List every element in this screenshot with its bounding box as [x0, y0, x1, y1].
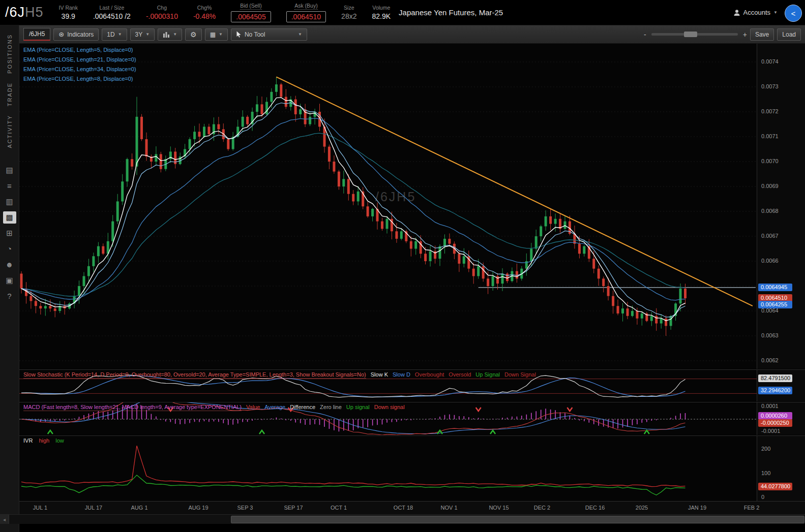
price-axis-label: 0.0071 — [761, 133, 779, 139]
quote-field-label: Bid (Sell) — [240, 3, 262, 10]
study-labels: EMA (Price=CLOSE, Length=5, Displace=0)E… — [23, 47, 136, 82]
zoom-slider[interactable] — [651, 33, 738, 36]
ivr-header: IVR high low — [23, 437, 69, 444]
symbol-root: /6J — [5, 5, 25, 20]
history-icon[interactable]: ◔ — [3, 243, 16, 255]
stochastic-legend-item: Slow D — [393, 371, 410, 378]
sidebar-tab-positions[interactable]: POSITIONS — [7, 34, 13, 74]
zoom-slider-thumb[interactable] — [684, 32, 697, 37]
chevron-down-icon: ▼ — [118, 32, 122, 37]
stochastic-title[interactable]: Slow Stochastic (K Period=14, D Period=9… — [23, 371, 366, 379]
scrollbar-thumb[interactable] — [231, 516, 804, 523]
indicators-label: Indicators — [67, 31, 94, 38]
stochastic-value-bubble: 82.4791500 — [758, 374, 792, 382]
ema-study-label[interactable]: EMA (Price=CLOSE, Length=34, Displace=0) — [23, 66, 136, 72]
price-bubble: 0.0064255 — [758, 301, 792, 308]
monitor-icon[interactable]: ▤ — [3, 164, 16, 176]
chart-style-dropdown[interactable]: ▦ ▼ — [205, 28, 228, 41]
time-axis: JUL 1JUL 17AUG 1AUG 19SEP 3SEP 17OCT 1OC… — [19, 501, 805, 515]
quote-field: Size28x2 — [341, 5, 356, 20]
quote-field: Chg%-0.48% — [193, 5, 216, 20]
time-axis-label: AUG 1 — [131, 505, 147, 511]
sidebar-tab-trade[interactable]: TRADE — [7, 82, 13, 106]
horizontal-scrollbar[interactable]: ◂ — [0, 514, 805, 524]
chevron-down-icon: ▼ — [298, 32, 302, 37]
stochastic-legend-item: Oversold — [449, 371, 471, 378]
range-value: 3Y — [135, 31, 143, 38]
symbol-title: /6JH5 — [5, 5, 44, 20]
contract-description: Japanese Yen Futures, Mar-25 — [399, 8, 503, 17]
calendar-icon[interactable]: ▥ — [3, 196, 16, 208]
time-axis-label: JUL 1 — [33, 505, 47, 511]
quote-header: /6JH5 IV Rank39.9Last / Size.0064510 /2C… — [0, 0, 805, 25]
chart-settings-button[interactable]: ⚙ — [185, 28, 202, 41]
sidebar-tabs: POSITIONSTRADEACTIVITY — [7, 25, 13, 157]
collapse-panel-button[interactable]: < — [785, 5, 802, 22]
camera-icon[interactable]: ▣ — [3, 274, 16, 287]
load-button[interactable]: Load — [777, 28, 801, 41]
bar-chart-icon — [163, 32, 170, 38]
price-bubble: 0.0064945 — [758, 284, 792, 291]
drawing-tool-dropdown[interactable]: No Tool ▼ — [231, 28, 307, 41]
ivr-high-label: high — [39, 437, 49, 444]
macd-title[interactable]: MACD (Fast length=8, Slow length=21, MAC… — [23, 404, 242, 411]
ivr-axis-label: 200 — [761, 446, 770, 452]
ivr-svg[interactable] — [19, 436, 757, 502]
ema-study-label[interactable]: EMA (Price=CLOSE, Length=21, Displace=0) — [23, 56, 136, 62]
indicators-button[interactable]: ⊛ Indicators — [53, 28, 99, 41]
stochastic-legend-item: Down Signal — [504, 371, 536, 378]
ema-study-label[interactable]: EMA (Price=CLOSE, Length=5, Displace=0) — [23, 47, 136, 53]
indicators-icon: ⊛ — [58, 30, 64, 38]
price-axis-label: 0.0073 — [761, 83, 779, 89]
zoom-control: - + — [644, 30, 747, 39]
range-dropdown[interactable]: 3Y ▼ — [130, 28, 155, 41]
apps-icon[interactable]: ⊞ — [3, 227, 16, 239]
zoom-out-button[interactable]: - — [644, 30, 646, 39]
quote-field-value: .0064505 — [231, 11, 271, 22]
quote-field: IV Rank39.9 — [59, 5, 78, 20]
save-button[interactable]: Save — [750, 28, 774, 41]
time-axis-label: SEP 3 — [237, 505, 253, 511]
price-axis[interactable]: 0.00740.00730.00720.00710.00700.00690.00… — [757, 44, 805, 369]
time-axis-label: NOV 1 — [440, 505, 457, 511]
cursor-icon — [236, 31, 242, 38]
stochastic-axis: 82.479150032.2946200 — [757, 370, 805, 401]
time-axis-label: FEB 2 — [744, 505, 760, 511]
chart-toolbar: /6JH5 ⊛ Indicators 1D ▼ 3Y ▼ ▼ ⚙ ▦ ▼ No … — [19, 25, 805, 44]
quote-field: Ask (Buy).0064510 — [286, 3, 326, 22]
macd-legend-item: Average — [264, 404, 285, 410]
chart-type-dropdown[interactable]: ▼ — [158, 28, 182, 41]
quote-field: Bid (Sell).0064505 — [231, 3, 271, 22]
users-icon[interactable]: ☻ — [3, 259, 16, 271]
timeframe-dropdown[interactable]: 1D ▼ — [102, 28, 127, 41]
sidebar-tab-activity[interactable]: ACTIVITY — [7, 115, 13, 148]
list-icon[interactable]: ≡ — [3, 180, 16, 192]
time-axis-label: AUG 19 — [188, 505, 208, 511]
ema-study-label[interactable]: EMA (Price=CLOSE, Length=8, Displace=0) — [23, 76, 136, 82]
scroll-left-button[interactable]: ◂ — [0, 515, 9, 524]
stochastic-header: Slow Stochastic (K Period=14, D Period=9… — [23, 371, 541, 378]
time-axis-label: NOV 15 — [489, 505, 509, 511]
macd-axis-label: -0.0001 — [761, 428, 780, 434]
timeframe-value: 1D — [107, 31, 114, 38]
macd-legend-item: Up signal — [346, 404, 370, 410]
zoom-in-button[interactable]: + — [743, 30, 747, 39]
quote-field-value: -0.48% — [193, 12, 216, 20]
accounts-menu[interactable]: Accounts ▼ — [733, 9, 778, 16]
symbol-tab[interactable]: /6JH5 — [23, 28, 50, 41]
ivr-low-label: low — [55, 437, 64, 444]
price-axis-label: 0.0062 — [761, 357, 779, 363]
macd-header: MACD (Fast length=8, Slow length=21, MAC… — [23, 404, 409, 410]
macd-axis: 0.0001-0.00010.0000260-0.0000250 — [757, 402, 805, 435]
stochastic-legend-item: Overbought — [415, 371, 444, 378]
chart-grid-icon[interactable]: ▩ — [3, 211, 16, 224]
ivr-value-bubble: 44.0277800 — [758, 483, 792, 490]
symbol-contract: H5 — [25, 5, 44, 20]
ivr-title[interactable]: IVR — [23, 437, 33, 444]
price-axis-label: 0.0063 — [761, 332, 779, 338]
price-chart-svg[interactable]: /6JH5 — [19, 44, 757, 369]
chevron-down-icon: ▼ — [219, 32, 223, 37]
help-icon[interactable]: ? — [3, 290, 16, 302]
quote-field-value: 28x2 — [341, 12, 356, 20]
macd-panel: MACD (Fast length=8, Slow length=21, MAC… — [19, 402, 805, 435]
